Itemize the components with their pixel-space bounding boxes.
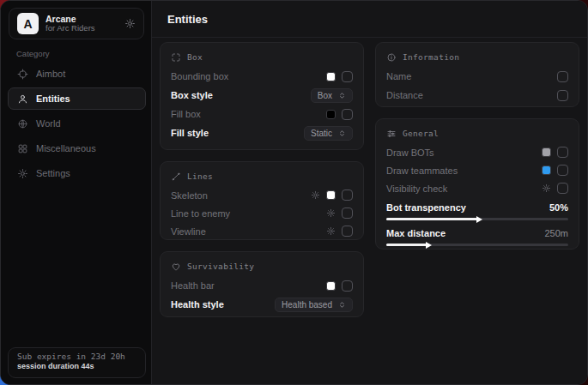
brackets-icon — [171, 52, 181, 63]
name-checkbox[interactable] — [557, 71, 568, 82]
row-label: Bounding box — [171, 71, 326, 81]
row-label: Box style — [171, 90, 311, 100]
entities-icon — [17, 93, 28, 105]
subscription-card: Sub expires in 23d 20h session duration … — [8, 347, 146, 378]
general-card: General Draw BOTs Draw teammates Visibil… — [375, 118, 579, 250]
survivability-card: Survivability Health bar Health style He… — [160, 251, 364, 317]
sliders-icon — [386, 129, 397, 139]
max-distance-slider[interactable] — [386, 244, 568, 246]
info-icon — [386, 52, 397, 63]
grid-icon — [17, 143, 28, 154]
sidebar-item-label: Aimbot — [36, 69, 65, 79]
settings-gear-icon[interactable] — [124, 18, 136, 29]
slider-label: Bot transpenency — [386, 202, 549, 213]
app-subtitle: for Arc Riders — [45, 24, 95, 33]
draw-bots-checkbox[interactable] — [557, 147, 568, 158]
sidebar: A Arcane for Arc Riders Category — [1, 1, 151, 384]
draw-teammates-checkbox[interactable] — [557, 165, 568, 176]
row-label: Health bar — [171, 280, 326, 291]
health-bar-checkbox[interactable] — [342, 280, 353, 292]
color-swatch[interactable] — [542, 165, 551, 175]
fill-style-dropdown[interactable]: Static — [304, 126, 353, 141]
row-label: Name — [386, 71, 557, 81]
unfold-icon — [338, 92, 346, 99]
visibility-check-checkbox[interactable] — [557, 183, 568, 194]
slider-value: 50% — [549, 202, 568, 213]
gear-icon[interactable] — [542, 183, 551, 193]
row-label: Fill box — [171, 109, 326, 119]
color-swatch[interactable] — [542, 147, 551, 157]
session-duration-text: session duration 44s — [17, 362, 136, 370]
row-label: Fill style — [171, 128, 304, 138]
sidebar-item-aimbot[interactable]: Aimbot — [8, 63, 146, 85]
app-logo: A — [17, 13, 39, 34]
sub-expiry-text: Sub expires in 23d 20h — [17, 352, 136, 361]
slider-value: 250m — [544, 228, 568, 238]
gear-icon — [17, 168, 28, 179]
color-swatch[interactable] — [326, 72, 336, 81]
sidebar-item-world[interactable]: World — [8, 112, 146, 135]
sidebar-item-label: Miscellaneous — [36, 143, 96, 153]
sidebar-item-label: Entities — [36, 93, 70, 104]
bounding-box-checkbox[interactable] — [342, 71, 353, 82]
box-style-dropdown[interactable]: Box — [311, 88, 353, 103]
sidebar-item-miscellaneous[interactable]: Miscellaneous — [8, 137, 146, 159]
line-icon — [171, 171, 181, 182]
gear-icon[interactable] — [326, 208, 336, 218]
category-label: Category — [16, 49, 50, 58]
header-divider — [152, 37, 587, 38]
dropdown-value: Health based — [282, 300, 332, 310]
main-panel: Entities Box Bounding box Box st — [151, 1, 587, 384]
skeleton-checkbox[interactable] — [342, 189, 353, 201]
bot-transparency-slider[interactable] — [386, 218, 568, 220]
row-label: Line to enemy — [171, 208, 326, 219]
dropdown-value: Box — [318, 91, 332, 100]
row-label: Visibility check — [386, 183, 542, 194]
heart-icon — [171, 262, 181, 272]
viewline-checkbox[interactable] — [342, 226, 353, 237]
page-title: Entities — [167, 13, 208, 26]
lines-card: Lines Skeleton Line to enemy — [160, 161, 364, 240]
card-title: Box — [187, 52, 203, 62]
card-title: General — [403, 129, 439, 138]
crosshair-icon — [17, 69, 28, 80]
distance-checkbox[interactable] — [557, 90, 568, 101]
box-card: Box Bounding box Box style Box — [160, 42, 364, 150]
logo-card: A Arcane for Arc Riders — [9, 8, 144, 39]
color-swatch[interactable] — [326, 281, 336, 291]
card-title: Lines — [187, 171, 213, 181]
dropdown-value: Static — [311, 129, 332, 138]
sidebar-item-entities[interactable]: Entities — [8, 87, 146, 110]
color-swatch[interactable] — [326, 190, 336, 200]
card-title: Information — [403, 52, 459, 62]
card-title: Survivability — [187, 262, 254, 271]
sidebar-item-label: World — [36, 118, 61, 129]
sidebar-nav: Aimbot Entities World — [8, 63, 146, 187]
unfold-icon — [338, 301, 346, 309]
color-swatch[interactable] — [326, 110, 336, 119]
app-window: A Arcane for Arc Riders Category — [0, 0, 588, 385]
information-card: Information Name Distance — [375, 42, 579, 107]
slider-label: Max distance — [386, 228, 544, 238]
row-label: Viewline — [171, 226, 326, 237]
unfold-icon — [338, 129, 346, 137]
row-label: Distance — [386, 90, 557, 100]
row-label: Draw teammates — [386, 165, 542, 176]
row-label: Draw BOTs — [386, 147, 542, 158]
health-style-dropdown[interactable]: Health based — [275, 298, 353, 312]
sidebar-item-label: Settings — [36, 168, 70, 178]
line-to-enemy-checkbox[interactable] — [342, 208, 353, 219]
row-label: Health style — [171, 299, 275, 310]
gear-icon[interactable] — [311, 190, 320, 200]
fill-box-checkbox[interactable] — [342, 109, 353, 120]
sidebar-item-settings[interactable]: Settings — [8, 162, 146, 184]
globe-icon — [17, 118, 28, 129]
gear-icon[interactable] — [326, 226, 336, 236]
row-label: Skeleton — [171, 190, 311, 201]
